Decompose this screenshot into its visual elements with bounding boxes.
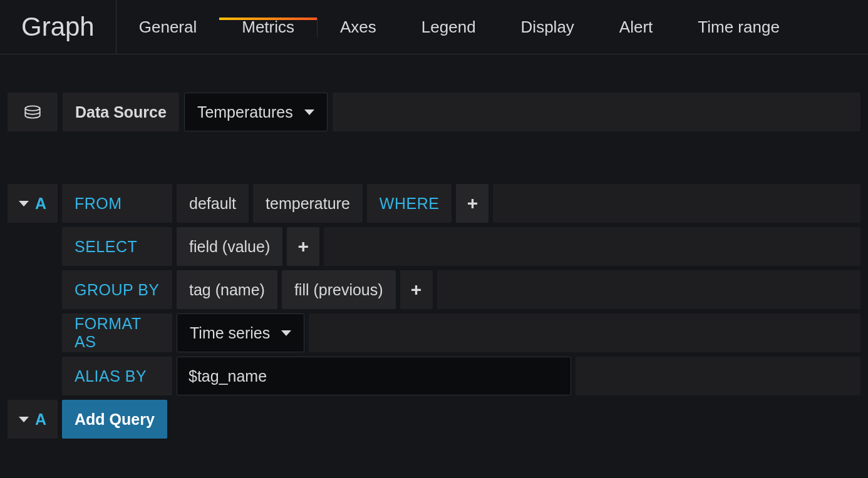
query-from-row: A FROM default temperature WHERE +: [8, 184, 860, 223]
row-filler: [324, 227, 860, 266]
select-add-button[interactable]: +: [287, 227, 319, 266]
toggle-spacer: [8, 270, 58, 309]
row-filler: [437, 270, 860, 309]
row-filler: [576, 357, 860, 395]
add-query-row: A Add Query: [8, 400, 860, 439]
tab-axes[interactable]: Axes: [318, 18, 399, 37]
tab-time-range[interactable]: Time range: [675, 18, 802, 37]
groupby-add-button[interactable]: +: [400, 270, 433, 309]
panel-type-title: Graph: [0, 0, 116, 54]
svg-point-0: [25, 106, 39, 110]
row-filler: [493, 184, 860, 223]
tab-metrics[interactable]: Metrics: [219, 18, 318, 37]
query-formatas-row: FORMAT AS Time series: [8, 313, 860, 352]
where-add-button[interactable]: +: [456, 184, 488, 223]
toggle-spacer: [8, 313, 58, 352]
datasource-filler: [333, 93, 860, 131]
query-editor: A FROM default temperature WHERE + SELEC…: [0, 131, 868, 439]
query-groupby-row: GROUP BY tag (name) fill (previous) +: [8, 270, 860, 309]
datasource-label: Data Source: [63, 93, 179, 131]
datasource-row: Data Source Temperatures: [0, 85, 868, 131]
add-query-button[interactable]: Add Query: [62, 400, 167, 439]
add-query-toggle[interactable]: A: [8, 400, 58, 439]
formatas-select[interactable]: Time series: [177, 313, 304, 352]
database-icon: [8, 93, 58, 131]
row-filler: [309, 313, 860, 352]
select-keyword: SELECT: [62, 227, 172, 266]
chevron-down-icon: [304, 109, 314, 115]
formatas-keyword: FORMAT AS: [62, 313, 172, 352]
chevron-down-icon: [19, 417, 29, 422]
tab-display[interactable]: Display: [499, 18, 597, 37]
query-aliasby-row: ALIAS BY: [8, 357, 860, 395]
from-keyword: FROM: [62, 184, 172, 223]
toggle-spacer: [8, 227, 58, 266]
query-letter: A: [35, 195, 46, 213]
tab-legend[interactable]: Legend: [399, 18, 499, 37]
formatas-value: Time series: [190, 324, 270, 342]
datasource-selected-value: Temperatures: [197, 103, 293, 121]
from-measurement[interactable]: temperature: [253, 184, 363, 223]
select-field[interactable]: field (value): [177, 227, 282, 266]
chevron-down-icon: [19, 201, 29, 206]
toggle-spacer: [8, 357, 58, 395]
tab-alert[interactable]: Alert: [597, 18, 675, 37]
query-select-row: SELECT field (value) +: [8, 227, 860, 266]
panel-tabs: Graph General Metrics Axes Legend Displa…: [0, 0, 868, 55]
groupby-fill[interactable]: fill (previous): [282, 270, 396, 309]
aliasby-keyword: ALIAS BY: [62, 357, 172, 395]
groupby-tag[interactable]: tag (name): [177, 270, 277, 309]
chevron-down-icon: [281, 330, 291, 336]
from-policy[interactable]: default: [177, 184, 249, 223]
groupby-keyword: GROUP BY: [62, 270, 172, 309]
add-query-letter: A: [35, 410, 46, 429]
aliasby-input[interactable]: [177, 357, 571, 395]
where-keyword[interactable]: WHERE: [367, 184, 452, 223]
tab-general[interactable]: General: [116, 18, 220, 37]
tabs-container: General Metrics Axes Legend Display Aler…: [116, 0, 868, 54]
datasource-select[interactable]: Temperatures: [184, 93, 328, 131]
query-toggle-a[interactable]: A: [8, 184, 58, 223]
